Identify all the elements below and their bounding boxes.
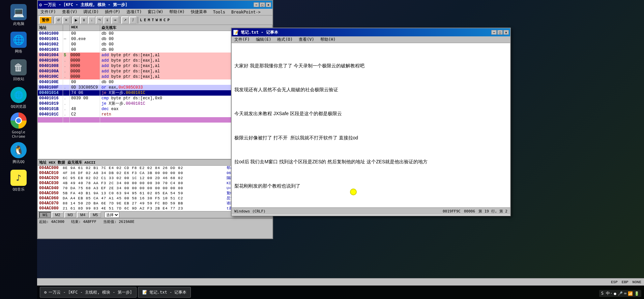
np-menu-format[interactable]: 格式(O) xyxy=(276,37,294,42)
od-minimize-button[interactable]: − xyxy=(254,2,259,7)
od-exec-till-button[interactable]: ⤴ xyxy=(129,16,137,24)
od-stop-button[interactable]: 暂停 xyxy=(39,16,52,24)
od-toolbar-label-m: M xyxy=(147,18,151,22)
od-trace-into-button[interactable]: ⇓ xyxy=(104,16,111,24)
notepad-status-right: 0019FF9C 00006 第 19 行, 第 2 xyxy=(443,209,507,214)
desktop: 💻 此电脑 🌐 网络 🗑 回收站 🌐 QQ浏览器 Google Chrome 🐧… xyxy=(0,0,644,299)
notepad-status-hex2: 00006 xyxy=(464,209,475,213)
od-menu-shortcut[interactable]: 快捷菜单 xyxy=(189,9,208,15)
od-menu-window[interactable]: 窗口(W) xyxy=(146,9,165,15)
notepad-menubar: 文件(F) 编辑(E) 格式(O) 查看(V) 帮助(H) xyxy=(232,36,510,43)
toolbar-separator-4 xyxy=(138,17,138,24)
icon-computer[interactable]: 💻 此电脑 xyxy=(3,2,34,29)
od-close-proc-button[interactable]: ✕ xyxy=(62,16,70,24)
icon-chrome[interactable]: Google Chrome xyxy=(3,112,34,139)
od-menu-tools[interactable]: Tools xyxy=(212,10,227,14)
od-toolbar-label-l: L xyxy=(139,18,143,22)
icon-qq-browser[interactable]: 🌐 QQ浏览器 xyxy=(3,85,34,111)
taskbar-right: S 中· ● 🎤 ⌨ 📶 🔋 xyxy=(599,290,641,297)
taskbar-left: 💻 此电脑 🌐 网络 🗑 回收站 🌐 QQ浏览器 Google Chrome 🐧… xyxy=(0,0,37,299)
toolbar-separator-1 xyxy=(53,17,54,24)
notepad-status-encoding: Windows (CRLF) xyxy=(234,209,266,213)
taskbar-app-od[interactable]: ⚙ 一万云 - [KFC - 主线程, 模块 - 第一步] xyxy=(40,287,137,298)
od-menu-file[interactable]: 文件(F) xyxy=(39,9,57,15)
notepad-titlebar-buttons: − □ × xyxy=(491,30,509,35)
od-col-address: 地址 xyxy=(38,25,63,31)
od-run-button[interactable]: ▶ xyxy=(72,16,80,24)
od-restart-button[interactable]: ↺ xyxy=(55,16,62,24)
od-menu-help[interactable]: 帮助(H) xyxy=(168,9,186,15)
od-tab-m4[interactable]: M4 xyxy=(77,212,89,218)
notepad-status-position: 第 19 行, 第 2 xyxy=(478,209,507,214)
sys-tray: S 中· ● 🎤 ⌨ 📶 🔋 xyxy=(599,290,641,297)
od-toolbar: 暂停 ↺ ✕ ▶ ⏸ ↓ ↷ ⇓ ⇒ ↗ ⤴ L E M T W H C P xyxy=(38,15,272,25)
od-tab-m1[interactable]: M1 xyxy=(39,212,51,218)
sys-tray-mic: 🎤 xyxy=(618,291,623,296)
od-titlebar: ⚙ 一万云 - [KFC - 主线程, 模块 - 第一步] − □ × xyxy=(38,1,272,9)
taskbar-app-notepad-icon: 📝 xyxy=(142,290,147,295)
od-toolbar-label-c: C xyxy=(163,18,167,22)
notepad-status-hex1: 0019FF9C xyxy=(443,209,461,213)
notepad-close-button[interactable]: × xyxy=(503,30,509,35)
np-menu-file[interactable]: 文件(F) xyxy=(233,37,251,42)
od-menubar: 文件(F) 查看(V) 调试(D) 插件(P) 选项(T) 窗口(W) 帮助(H… xyxy=(38,9,272,15)
np-line-4: 极限云好像被打了 打不开 所以我就不打开软件了 直接拉od xyxy=(234,134,507,142)
notepad-title-icon: 📝 xyxy=(233,30,239,35)
od-menu-debug[interactable]: 调试(D) xyxy=(82,9,100,15)
cursor-highlight xyxy=(350,189,357,195)
od-toolbar-label-t: T xyxy=(151,18,155,22)
od-col-mark xyxy=(63,25,70,31)
sys-tray-keyboard: ⌨ xyxy=(624,291,626,296)
sys-tray-wifi: 📶 xyxy=(628,291,633,296)
np-menu-edit[interactable]: 编辑(E) xyxy=(255,37,273,42)
sys-tray-battery: 🔋 xyxy=(634,291,639,296)
od-status-start: 起始: 4AC000 xyxy=(39,219,64,224)
icon-network[interactable]: 🌐 网络 xyxy=(3,29,34,56)
notepad-content[interactable]: 大家好 我是那我懂你意了了 今天录制一个极限云的破解教程吧 我发现还有人居然不会… xyxy=(232,43,510,207)
od-dump-header-text: 地址 HEX 数据 焱无视车 ASCII xyxy=(39,160,95,165)
icon-recycle[interactable]: 🗑 回收站 xyxy=(3,57,34,84)
icon-qq-music[interactable]: ♪ QQ音乐 xyxy=(3,167,34,194)
notepad-title-text: 笔记.txt - 记事本 xyxy=(241,30,278,35)
od-menu-options[interactable]: 选项(T) xyxy=(125,9,143,15)
taskbar-app-od-label: 一万云 - [KFC - 主线程, 模块 - 第一步] xyxy=(49,290,132,295)
od-col-hex: HEX xyxy=(70,25,100,31)
od-toolbar-label-p: P xyxy=(167,18,170,22)
od-step-into-button[interactable]: ↓ xyxy=(88,16,95,24)
od-run-to-button[interactable]: ↗ xyxy=(121,16,129,24)
od-trace-over-button[interactable]: ⇒ xyxy=(111,16,119,24)
od-reg-esp: ESP xyxy=(611,280,618,284)
taskbar-bottom: ⚙ 一万云 - [KFC - 主线程, 模块 - 第一步] 📝 笔记.txt -… xyxy=(37,286,644,299)
od-status-current: 当前值: 2619A8E xyxy=(103,219,135,224)
od-menu-view[interactable]: 查看(V) xyxy=(61,9,79,15)
taskbar-app-od-icon: ⚙ xyxy=(44,290,47,295)
od-tab-m5[interactable]: M5 xyxy=(89,212,101,218)
od-toolbar-label-e: E xyxy=(143,18,147,22)
np-menu-view[interactable]: 查看(V) xyxy=(297,37,316,42)
od-menu-plugin[interactable]: 插件(P) xyxy=(104,9,122,15)
od-maximize-button[interactable]: □ xyxy=(260,2,265,7)
np-line-3: 今天就发出来教程 JXSafe 区段是这个的都是极限云 xyxy=(234,110,507,118)
od-menu-breakpoint[interactable]: BreakPoint-> xyxy=(230,10,262,14)
icon-tencent-qq[interactable]: 🐧 腾讯QQ xyxy=(3,140,34,167)
taskbar-app-notepad-label: 笔记.txt - 记事本 xyxy=(149,290,187,295)
notepad-maximize-button[interactable]: □ xyxy=(497,30,503,35)
np-line-1: 大家好 我是那我懂你意了了 今天录制一个极限云的破解教程吧 xyxy=(234,62,507,70)
np-line-6: 梨花刚刚发的那个教程也说到了 xyxy=(234,182,507,190)
od-reg-bar: ESP EBP NONE xyxy=(37,278,644,286)
od-toolbar-label-w: W xyxy=(155,18,159,22)
notepad-minimize-button[interactable]: − xyxy=(491,30,497,35)
od-step-over-button[interactable]: ↷ xyxy=(96,16,103,24)
od-titlebar-buttons: − □ × xyxy=(254,2,271,7)
od-statusbar: 起始: 4AC000 结束: 4ABFFF 当前值: 2619A8E xyxy=(38,218,272,225)
sys-tray-dot: ● xyxy=(614,291,616,296)
taskbar-app-notepad[interactable]: 📝 笔记.txt - 记事本 xyxy=(138,287,191,298)
od-pause-button[interactable]: ⏸ xyxy=(80,16,88,24)
od-reg-ebp: EBP xyxy=(622,280,628,284)
od-tab-m3[interactable]: M3 xyxy=(64,212,76,218)
od-mem-selector[interactable]: 选择 xyxy=(105,212,119,218)
np-line-2: 我发现还有人居然不会无人能破的社会极限云验证 xyxy=(234,86,507,94)
od-tab-m2[interactable]: M2 xyxy=(52,212,63,218)
np-menu-help[interactable]: 帮助(H) xyxy=(319,37,337,42)
od-close-button[interactable]: × xyxy=(266,2,271,7)
